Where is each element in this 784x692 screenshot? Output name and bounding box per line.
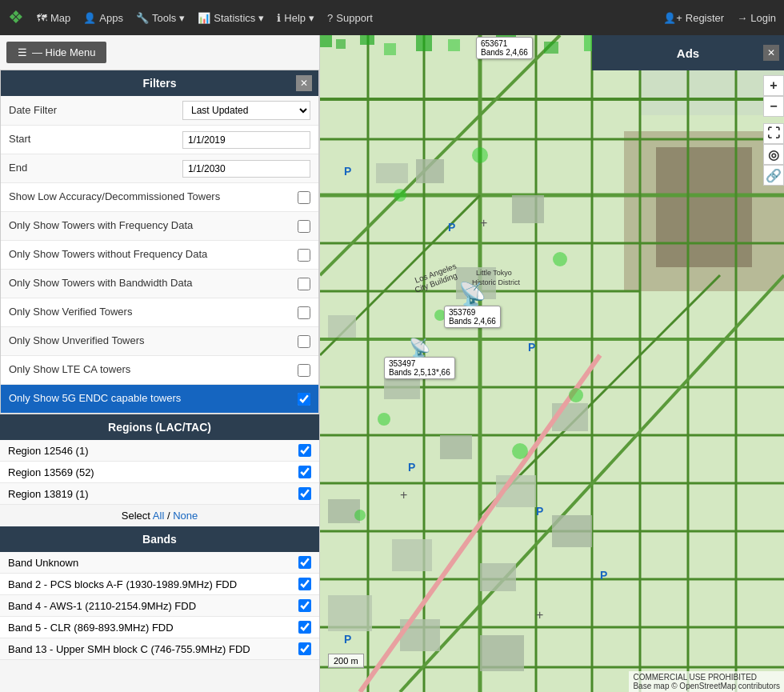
- only-freq-checkbox[interactable]: [298, 220, 310, 233]
- date-filter-label: Date Filter: [9, 104, 182, 118]
- tower-bands-2: Bands 2,5,13*,66: [389, 368, 450, 377]
- only-no-freq-checkbox[interactable]: [298, 249, 310, 262]
- region-label-2: Region 13819 (1): [8, 488, 298, 500]
- hide-menu-button[interactable]: ☰ — Hide Menu: [6, 42, 106, 63]
- start-filter-label: Start: [9, 133, 182, 146]
- band-row-1: Band 2 - PCS blocks A-F (1930-1989.9MHz)…: [0, 574, 319, 595]
- only-verified-checkbox[interactable]: [298, 306, 310, 319]
- tower-marker-0[interactable]: 653671 Bands 2,4,66: [476, 37, 533, 59]
- nav-support[interactable]: ? Support: [327, 12, 373, 24]
- register-icon: 👤+: [663, 12, 682, 24]
- svg-text:P: P: [536, 505, 543, 518]
- tower-bubble-2: 353497 Bands 2,5,13*,66: [384, 357, 455, 379]
- tower-marker-1[interactable]: 📡 353769 Bands 2,4,66: [444, 283, 501, 328]
- support-icon: ?: [327, 12, 333, 24]
- svg-text:P: P: [408, 461, 415, 474]
- only-bandwidth-checkbox[interactable]: [298, 278, 310, 290]
- bands-header: Bands: [0, 526, 319, 552]
- nav-tools[interactable]: 🔧 Tools ▾: [136, 12, 185, 24]
- svg-rect-48: [392, 539, 432, 571]
- end-filter-input[interactable]: [182, 160, 310, 178]
- show-low-accuracy-checkbox[interactable]: [298, 191, 310, 204]
- svg-rect-33: [416, 35, 432, 51]
- main-layout: ☰ — Hide Menu Filters ✕ Date Filter Last…: [0, 35, 784, 692]
- band-label-4: Band 13 - Upper SMH block C (746-755.9MH…: [8, 643, 298, 655]
- region-row-2: Region 13819 (1): [0, 483, 319, 505]
- svg-rect-30: [336, 39, 346, 49]
- select-links: Select All / None: [0, 505, 319, 526]
- svg-rect-47: [328, 499, 360, 523]
- location-button[interactable]: ◎: [763, 144, 784, 165]
- zoom-in-button[interactable]: +: [763, 75, 784, 96]
- fullscreen-button[interactable]: ⛶: [763, 123, 784, 144]
- tower-id-0: 653671: [481, 39, 528, 48]
- svg-rect-36: [544, 42, 558, 54]
- regions-section: Regions (LAC/TAC) Region 12546 (1) Regio…: [0, 414, 319, 526]
- nav-help[interactable]: ℹ Help ▾: [277, 12, 314, 24]
- tools-icon: 🔧: [136, 12, 149, 24]
- nav-map[interactable]: 🗺 Map: [37, 12, 70, 24]
- region-checkbox-2[interactable]: [298, 487, 311, 500]
- attribution: COMMERCIAL USE PROHIBITED Base map © Ope…: [629, 671, 784, 692]
- only-lte-ca-row: Only Show LTE CA towers: [1, 356, 318, 385]
- svg-point-60: [512, 443, 528, 459]
- filters-close-button[interactable]: ✕: [296, 75, 312, 91]
- bands-section: Bands Band Unknown Band 2 - PCS blocks A…: [0, 526, 319, 660]
- only-5g-endc-label: Only Show 5G ENDC capable towers: [9, 392, 298, 406]
- statistics-chevron: ▾: [258, 12, 264, 24]
- svg-rect-32: [384, 43, 396, 55]
- map-area[interactable]: P P P P P P P + + + Los Angeles City Bui…: [320, 35, 784, 692]
- login-icon: →: [737, 12, 747, 24]
- tower-marker-2[interactable]: 📡 353497 Bands 2,5,13*,66: [384, 339, 455, 379]
- band-checkbox-0[interactable]: [298, 556, 311, 569]
- only-lte-ca-label: Only Show LTE CA towers: [9, 363, 298, 377]
- apps-icon: 👤: [83, 12, 96, 24]
- brand: ❖: [8, 7, 24, 28]
- end-filter-row: End: [1, 154, 318, 183]
- wifi-icon: ❖: [8, 7, 24, 28]
- band-row-3: Band 5 - CLR (869-893.9MHz) FDD: [0, 617, 319, 638]
- nav-statistics[interactable]: 📊 Statistics ▾: [198, 12, 264, 24]
- filters-header: Filters ✕: [1, 70, 318, 96]
- svg-rect-38: [376, 163, 408, 183]
- start-filter-input[interactable]: [182, 131, 310, 149]
- band-checkbox-3[interactable]: [298, 621, 311, 634]
- statistics-icon: 📊: [198, 12, 210, 24]
- svg-rect-42: [328, 315, 356, 338]
- region-row-1: Region 13569 (52): [0, 462, 319, 483]
- band-label-0: Band Unknown: [8, 557, 298, 569]
- show-low-accuracy-row: Show Low Accuracy/Decommissioned Towers: [1, 183, 318, 212]
- link-button[interactable]: 🔗: [763, 165, 784, 186]
- nav-register[interactable]: 👤+ Register: [663, 12, 724, 24]
- date-filter-select[interactable]: Last Updated: [182, 101, 310, 120]
- svg-text:P: P: [344, 633, 351, 646]
- tower-icon-secondary: 📡: [384, 339, 455, 357]
- region-label-1: Region 13569 (52): [8, 466, 298, 478]
- band-label-1: Band 2 - PCS blocks A-F (1930-1989.9MHz)…: [8, 578, 298, 590]
- only-5g-endc-checkbox[interactable]: [298, 393, 310, 406]
- only-freq-row: Only Show Towers with Frequency Data: [1, 212, 318, 241]
- band-checkbox-4[interactable]: [298, 642, 311, 655]
- ads-close-button[interactable]: ✕: [763, 45, 779, 61]
- tools-chevron: ▾: [179, 12, 185, 24]
- navbar: ❖ 🗺 Map 👤 Apps 🔧 Tools ▾ 📊 Statistics ▾ …: [0, 0, 784, 35]
- tower-bands-1: Bands 2,4,66: [449, 317, 496, 326]
- svg-rect-50: [552, 515, 592, 547]
- svg-point-58: [553, 252, 567, 266]
- nav-apps[interactable]: 👤 Apps: [83, 12, 123, 24]
- svg-text:P: P: [344, 165, 351, 178]
- select-none-link[interactable]: None: [173, 510, 198, 522]
- band-checkbox-1[interactable]: [298, 578, 311, 590]
- svg-rect-29: [320, 35, 332, 47]
- band-checkbox-2[interactable]: [298, 599, 311, 612]
- select-all-link[interactable]: All: [153, 510, 164, 522]
- zoom-out-button[interactable]: −: [763, 96, 784, 117]
- region-checkbox-1[interactable]: [298, 466, 311, 478]
- only-no-freq-label: Only Show Towers without Frequency Data: [9, 248, 298, 262]
- only-unverified-checkbox[interactable]: [298, 335, 310, 348]
- region-checkbox-0[interactable]: [298, 444, 311, 457]
- nav-right: 👤+ Register → Login: [663, 12, 776, 24]
- only-lte-ca-checkbox[interactable]: [298, 364, 310, 377]
- nav-login[interactable]: → Login: [737, 12, 776, 24]
- show-low-accuracy-label: Show Low Accuracy/Decommissioned Towers: [9, 190, 298, 204]
